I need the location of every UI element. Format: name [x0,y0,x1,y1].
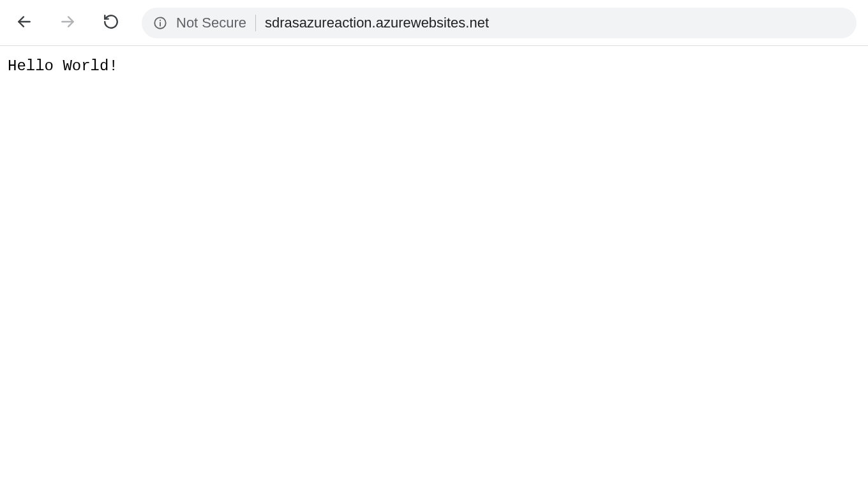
security-status-label: Not Secure [176,15,246,31]
browser-toolbar: Not Secure sdrasazureaction.azurewebsite… [0,0,868,46]
arrow-left-icon [16,13,33,33]
reload-button[interactable] [98,10,124,36]
reload-icon [103,13,119,33]
url-text: sdrasazureaction.azurewebsites.net [265,15,845,31]
address-divider [255,15,256,31]
forward-button[interactable] [55,10,80,36]
back-button[interactable] [11,10,37,36]
arrow-right-icon [59,13,76,33]
info-icon [153,16,167,30]
page-content: Hello World! [0,46,868,86]
address-bar[interactable]: Not Secure sdrasazureaction.azurewebsite… [142,8,857,38]
svg-point-4 [160,19,161,20]
security-section[interactable]: Not Secure [153,15,246,31]
page-body-text: Hello World! [8,57,118,75]
